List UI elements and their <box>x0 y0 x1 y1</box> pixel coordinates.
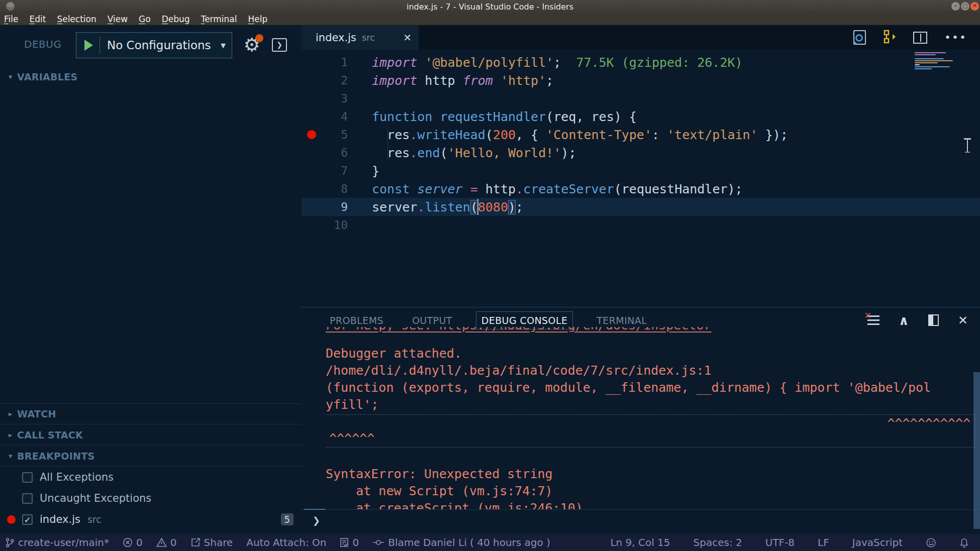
text-caret <box>477 199 478 215</box>
app-menu-icon[interactable] <box>6 2 15 11</box>
console-scrollbar[interactable] <box>973 372 980 529</box>
line-number: 3 <box>302 92 348 105</box>
status-item-create-user-main[interactable]: create-user/main* <box>5 536 109 548</box>
line-number: 1 <box>302 56 348 69</box>
tab-close-icon[interactable]: ✕ <box>403 32 412 44</box>
status-item-share[interactable]: Share <box>190 536 233 548</box>
console-line: SyntaxError: Unexpected string <box>326 466 975 483</box>
clear-console-icon[interactable]: ✕ <box>867 315 879 325</box>
more-actions-icon[interactable]: ••• <box>944 35 967 40</box>
breakpoint-gutter-dot[interactable] <box>307 130 316 139</box>
code-line[interactable]: 10 <box>302 216 980 234</box>
maximize-panel-chevron-icon[interactable]: ∧ <box>899 315 909 325</box>
code-line[interactable]: 4function requestHandler(req, res) { <box>302 107 980 126</box>
status-item-javascript[interactable]: JavaScript <box>852 536 903 548</box>
menu-item-edit[interactable]: Edit <box>29 14 46 24</box>
debug-view-title: DEBUG <box>24 38 61 50</box>
status-item-text: Share <box>204 536 233 548</box>
section-label: CALL STACK <box>17 429 83 440</box>
token-cost: 77.5K (gzipped: 26.2K) <box>561 55 742 70</box>
token-pl: ) { <box>614 109 637 124</box>
twistie-expanded-icon: ▾ <box>4 452 17 461</box>
status-item-0[interactable]: 0 <box>156 536 177 548</box>
file-search-icon[interactable] <box>853 30 866 45</box>
token-dot: . <box>516 182 523 196</box>
code-line[interactable]: 9server.listen(8080); <box>302 198 980 216</box>
close-panel-icon[interactable]: ✕ <box>958 313 968 327</box>
console-line: yfill'; <box>326 396 975 413</box>
status-item-ln-9-col-15[interactable]: Ln 9, Col 15 <box>610 536 670 548</box>
menu-item-view[interactable]: View <box>108 14 128 24</box>
token-st: 'Hello, World!' <box>448 146 561 160</box>
section-watch[interactable]: ▸ WATCH <box>0 403 302 424</box>
console-line-clipped: For help, see: https://nodejs.org/en/doc… <box>326 327 975 335</box>
status-item-text: 0 <box>170 536 177 548</box>
breakpoint-detail: src <box>87 514 102 525</box>
code-line[interactable]: 5 res.writeHead(200, { 'Content-Type': '… <box>302 126 980 144</box>
menu-item-file[interactable]: File <box>4 14 18 24</box>
status-item-text: Auto Attach: On <box>246 536 326 548</box>
section-variables[interactable]: ▾ VARIABLES <box>0 66 302 87</box>
configure-gear-icon[interactable]: ⚙ <box>240 33 263 57</box>
code-editor[interactable]: 1import '@babel/polyfill'; 77.5K (gzippe… <box>302 50 980 307</box>
debug-repl-input[interactable]: ❯ <box>302 509 980 534</box>
split-editor-icon[interactable] <box>913 32 927 44</box>
start-debugging-icon[interactable] <box>84 40 93 51</box>
menu-item-go[interactable]: Go <box>139 14 151 24</box>
token-fn: end <box>417 146 440 160</box>
status-item-utf-8[interactable]: UTF-8 <box>765 536 795 548</box>
status-item-0[interactable]: 0 <box>340 536 359 548</box>
menu-item-debug[interactable]: Debug <box>162 14 190 24</box>
debug-configuration-dropdown[interactable]: No Configurations ▼ <box>76 32 232 58</box>
gitlens-compare-icon[interactable] <box>883 29 896 46</box>
minimap[interactable] <box>915 52 958 72</box>
breakpoint-row[interactable]: ✓index.jssrc5 <box>0 509 302 530</box>
code-line[interactable]: 1import '@babel/polyfill'; 77.5K (gzippe… <box>302 53 980 71</box>
breakpoint-label: All Exceptions <box>40 471 114 483</box>
code-line[interactable]: 8const server = http.createServer(reques… <box>302 180 980 198</box>
restore-panel-icon[interactable] <box>928 314 939 326</box>
status-item-smiley[interactable] <box>926 537 936 548</box>
menu-item-terminal[interactable]: Terminal <box>201 14 237 24</box>
breakpoint-row[interactable]: Uncaught Exceptions <box>0 488 302 509</box>
token-pl: : <box>652 128 667 142</box>
debug-console-output[interactable]: For help, see: https://nodejs.org/en/doc… <box>326 327 975 509</box>
menu-item-selection[interactable]: Selection <box>57 14 96 24</box>
token-pl: ; <box>553 55 561 70</box>
close-icon[interactable]: ✕ <box>970 2 979 11</box>
panel-tab-output[interactable]: OUTPUT <box>407 312 457 329</box>
git-branch-icon <box>5 537 15 548</box>
menu-item-help[interactable]: Help <box>248 14 267 24</box>
section-call-stack[interactable]: ▸ CALL STACK <box>0 424 302 446</box>
text-cursor-ibeam-pointer <box>964 138 971 153</box>
breakpoint-checkbox[interactable] <box>22 493 33 504</box>
open-debug-console-icon[interactable]: ❯ <box>272 38 287 52</box>
code-line[interactable]: 3 <box>302 89 980 107</box>
breakpoint-row[interactable]: All Exceptions <box>0 467 302 488</box>
status-item-bell[interactable] <box>959 537 969 548</box>
status-item-blame-daniel-li-40-hours-ago[interactable]: Blame Daniel Li ( 40 hours ago ) <box>372 536 550 548</box>
console-clipped-text: For help, see: https://nodejs.org/en/doc… <box>326 327 712 333</box>
maximize-icon[interactable]: ▢ <box>961 2 969 11</box>
tab-index-js[interactable]: index.js src ✕ <box>302 25 419 50</box>
magnifier-handle <box>853 41 857 45</box>
tab-detail: src <box>362 32 375 43</box>
code-line[interactable]: 6 res.end('Hello, World!'); <box>302 144 980 162</box>
breakpoint-checkbox[interactable] <box>22 472 33 483</box>
minimap-line <box>915 52 946 53</box>
panel-tab-problems[interactable]: PROBLEMS <box>325 312 388 329</box>
code-line[interactable]: 2import http from 'http'; <box>302 71 980 89</box>
status-item-auto-attach-on[interactable]: Auto Attach: On <box>246 536 326 548</box>
status-item-spaces-2[interactable]: Spaces: 2 <box>694 536 742 548</box>
token-st: '@babel/polyfill' <box>425 55 553 70</box>
status-item-0[interactable]: 0 <box>123 536 143 548</box>
minimap-line <box>915 64 920 65</box>
token-pl: ( <box>546 109 553 124</box>
breakpoint-checkbox[interactable]: ✓ <box>22 514 33 525</box>
section-breakpoints[interactable]: ▾ BREAKPOINTS <box>0 446 302 467</box>
panel-tab-terminal[interactable]: TERMINAL <box>592 312 652 329</box>
code-line[interactable]: 7} <box>302 162 980 180</box>
minimize-icon[interactable]: – <box>951 2 960 11</box>
token-st: 'http' <box>501 73 546 88</box>
status-item-lf[interactable]: LF <box>818 536 829 548</box>
